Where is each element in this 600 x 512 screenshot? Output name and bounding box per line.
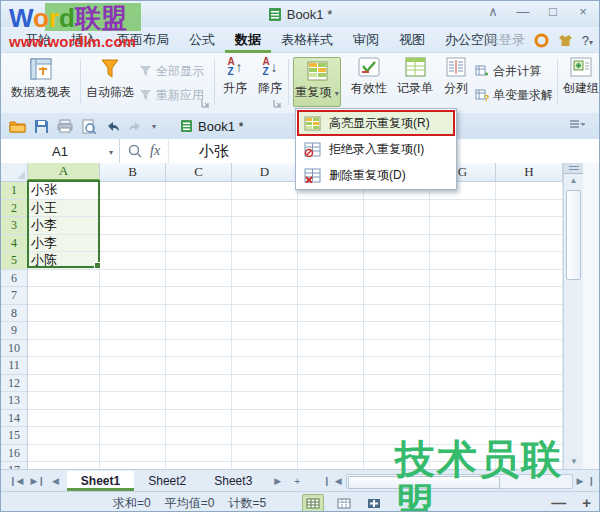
quick-access-dropdown-arrow[interactable]: ▾ xyxy=(152,122,156,131)
scroll-down-arrow[interactable]: ▼ xyxy=(564,455,584,469)
cell-H3[interactable] xyxy=(496,217,563,235)
insert-function-fx[interactable]: fx xyxy=(150,143,160,159)
cell-C12[interactable] xyxy=(166,375,232,393)
zoom-out-button[interactable]: — xyxy=(551,494,566,511)
prev-sheet-button[interactable]: ◀ xyxy=(52,476,59,486)
row-header-2[interactable]: 2 xyxy=(1,200,28,218)
cell-B12[interactable] xyxy=(100,375,166,393)
vertical-scroll-thumb[interactable] xyxy=(566,190,581,280)
cell-D4[interactable] xyxy=(232,235,298,253)
cell-B2[interactable] xyxy=(100,200,166,218)
cell-G15[interactable] xyxy=(430,427,496,445)
cell-A14[interactable] xyxy=(28,410,100,428)
cell-G8[interactable] xyxy=(430,305,496,323)
cell-H6[interactable] xyxy=(496,270,563,288)
sort-group-dialog-launcher[interactable] xyxy=(273,99,282,108)
row-header-16[interactable]: 16 xyxy=(1,445,28,463)
cell-B4[interactable] xyxy=(100,235,166,253)
cell-B5[interactable] xyxy=(100,252,166,270)
cell-C1[interactable] xyxy=(166,182,232,200)
horizontal-scrollbar[interactable] xyxy=(346,474,573,489)
cell-B17[interactable] xyxy=(100,462,166,469)
cell-C15[interactable] xyxy=(166,427,232,445)
name-box-dropdown-arrow[interactable]: ▾ xyxy=(109,148,113,157)
cell-A11[interactable] xyxy=(28,357,100,375)
cell-F7[interactable] xyxy=(364,287,430,305)
column-header-H[interactable]: H xyxy=(496,163,563,181)
open-file-icon[interactable] xyxy=(9,119,26,133)
cell-A15[interactable] xyxy=(28,427,100,445)
tab-insert[interactable]: 插入 xyxy=(61,27,107,53)
cell-H7[interactable] xyxy=(496,287,563,305)
cell-F13[interactable] xyxy=(364,392,430,410)
row-header-10[interactable]: 10 xyxy=(1,340,28,358)
cell-C6[interactable] xyxy=(166,270,232,288)
cell-F4[interactable] xyxy=(364,235,430,253)
name-box[interactable]: A1 ▾ xyxy=(1,139,120,163)
sync-icon[interactable] xyxy=(534,33,549,48)
cell-D16[interactable] xyxy=(232,445,298,463)
cell-B7[interactable] xyxy=(100,287,166,305)
sort-ascending-button[interactable]: A Z ↑ 升序 xyxy=(219,57,251,107)
record-form-button[interactable]: 记录单 xyxy=(393,57,437,107)
cell-C16[interactable] xyxy=(166,445,232,463)
tab-table-style[interactable]: 表格样式 xyxy=(271,27,343,53)
cell-H4[interactable] xyxy=(496,235,563,253)
row-header-7[interactable]: 7 xyxy=(1,287,28,305)
cell-G13[interactable] xyxy=(430,392,496,410)
magnifier-icon[interactable] xyxy=(128,144,142,158)
cell-F5[interactable] xyxy=(364,252,430,270)
cell-B13[interactable] xyxy=(100,392,166,410)
cell-A16[interactable] xyxy=(28,445,100,463)
cell-B9[interactable] xyxy=(100,322,166,340)
cell-D17[interactable] xyxy=(232,462,298,469)
redo-icon[interactable] xyxy=(128,120,144,133)
cell-F9[interactable] xyxy=(364,322,430,340)
cell-A8[interactable] xyxy=(28,305,100,323)
help-button[interactable]: ?▾ xyxy=(582,33,593,48)
cell-H11[interactable] xyxy=(496,357,563,375)
scroll-left-arrow[interactable]: ◀ xyxy=(335,476,342,486)
cell-A2[interactable]: 小王 xyxy=(28,200,100,218)
cell-F14[interactable] xyxy=(364,410,430,428)
cell-C4[interactable] xyxy=(166,235,232,253)
scroll-up-arrow[interactable]: ▲ xyxy=(564,174,583,188)
cell-E14[interactable] xyxy=(298,410,364,428)
cell-D7[interactable] xyxy=(232,287,298,305)
cell-A17[interactable] xyxy=(28,462,100,469)
column-header-A[interactable]: A xyxy=(28,163,100,181)
scroll-right-arrow[interactable]: ▶ xyxy=(577,476,584,486)
cell-D9[interactable] xyxy=(232,322,298,340)
cell-D11[interactable] xyxy=(232,357,298,375)
cell-F6[interactable] xyxy=(364,270,430,288)
cell-E11[interactable] xyxy=(298,357,364,375)
show-all-button[interactable]: 全部显示 xyxy=(139,63,204,80)
select-all-corner[interactable] xyxy=(1,163,28,181)
cell-E6[interactable] xyxy=(298,270,364,288)
consolidate-button[interactable]: 合并计算 xyxy=(475,63,541,80)
cell-G11[interactable] xyxy=(430,357,496,375)
cell-G7[interactable] xyxy=(430,287,496,305)
cell-A6[interactable] xyxy=(28,270,100,288)
cell-F16[interactable] xyxy=(364,445,430,463)
cell-C17[interactable] xyxy=(166,462,232,469)
row-header-17[interactable]: 17 xyxy=(1,462,28,469)
ribbon-expander-arrow[interactable]: ▸ xyxy=(592,79,597,89)
cell-B15[interactable] xyxy=(100,427,166,445)
cell-G6[interactable] xyxy=(430,270,496,288)
cell-D12[interactable] xyxy=(232,375,298,393)
document-tab-book1[interactable]: Book1 * xyxy=(170,116,254,137)
column-header-D[interactable]: D xyxy=(232,163,298,181)
print-preview-icon[interactable] xyxy=(81,119,96,134)
cell-G12[interactable] xyxy=(430,375,496,393)
cell-D13[interactable] xyxy=(232,392,298,410)
cell-H10[interactable] xyxy=(496,340,563,358)
cell-F17[interactable] xyxy=(364,462,430,469)
sheet-tab-sheet2[interactable]: Sheet2 xyxy=(134,471,200,491)
cell-E13[interactable] xyxy=(298,392,364,410)
validation-button[interactable]: 有效性 xyxy=(347,57,391,107)
sheet-tab-sheet3[interactable]: Sheet3 xyxy=(200,471,266,491)
cell-G10[interactable] xyxy=(430,340,496,358)
cell-A12[interactable] xyxy=(28,375,100,393)
cell-D6[interactable] xyxy=(232,270,298,288)
